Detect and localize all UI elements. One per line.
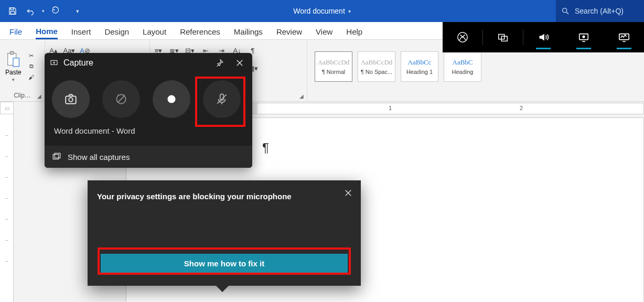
svg-rect-0 [10,8,14,10]
style-preview: AaBbCcDd [318,58,350,67]
style-preview: AaBbCc [408,58,432,67]
document-title[interactable]: Word document ▾ [293,7,351,15]
tab-help[interactable]: Help [346,27,362,39]
svg-rect-5 [10,51,14,55]
microphone-button[interactable] [203,80,241,118]
tab-layout[interactable]: Layout [143,27,166,39]
paste-button[interactable]: Paste ▾ [3,51,24,82]
ruler-number: 1 [389,105,392,111]
tab-insert[interactable]: Insert [71,27,91,39]
screenshot-button[interactable] [52,80,90,118]
ruler-number: 2 [520,105,523,111]
svg-rect-1 [10,12,15,14]
dialog-launcher-icon[interactable]: ◢ [37,93,41,99]
style-name: Heading [452,69,474,75]
gamebar-xbox-button[interactable] [443,22,483,52]
style-name: ¶ No Spac... [361,69,392,75]
style-preview: AaBbC [453,58,473,67]
pin-button[interactable] [212,56,227,70]
paragraph-mark: ¶ [262,141,269,155]
popup-message: Your privacy settings are blocking your … [88,180,361,201]
record-last-button[interactable] [102,80,140,118]
capture-app-name: Word document - Word [52,123,245,138]
cut-button[interactable]: ✂ [27,52,36,60]
quick-access-toolbar: ▾ ▾ [0,0,79,22]
tab-file[interactable]: File [9,27,22,39]
show-all-captures-button[interactable]: Show all captures [45,146,252,168]
capture-icon [50,59,58,67]
vertical-ruler[interactable] [0,114,14,302]
tab-view[interactable]: View [316,27,332,39]
style-heading1[interactable]: AaBbCc Heading 1 [401,51,438,82]
privacy-popup: Your privacy settings are blocking your … [88,180,361,286]
tab-mailings[interactable]: Mailings [234,27,263,39]
svg-rect-15 [51,60,57,64]
svg-point-23 [167,95,175,103]
svg-rect-27 [55,153,60,158]
style-name: Heading 1 [406,69,433,75]
style-preview: AaBbCcDd [361,58,393,67]
svg-point-20 [69,98,73,102]
style-normal[interactable]: AaBbCcDd ¶ Normal [315,51,352,82]
qat-customize-caret[interactable]: ▾ [76,8,79,15]
undo-dropdown-caret[interactable]: ▾ [42,8,45,14]
chevron-down-icon: ▾ [348,8,351,14]
save-icon[interactable] [6,5,19,17]
gamebar-toolbar [443,22,644,52]
format-painter-button[interactable]: 🖌 [27,73,36,81]
style-nospacing[interactable]: AaBbCcDd ¶ No Spac... [358,51,395,82]
tab-design[interactable]: Design [104,27,129,39]
gamebar-capture-button[interactable] [563,22,604,52]
search-placeholder: Search (Alt+Q) [575,7,624,15]
group-clipboard: Paste ▾ ✂ ⧉ 🖌 Clip…◢ [0,40,45,101]
ruler-corner[interactable]: ▭ [0,102,14,114]
gallery-icon [52,152,61,161]
tab-review[interactable]: Review [276,27,302,39]
redo-button[interactable] [50,5,62,17]
gamebar-performance-button[interactable] [604,22,644,52]
gamebar-audio-button[interactable] [523,22,564,52]
style-heading2[interactable]: AaBbC Heading [444,51,481,82]
capture-header[interactable]: Capture [45,53,252,73]
search-icon [561,7,570,15]
capture-widget: Capture Word document - Word Show all c [45,53,252,168]
start-recording-button[interactable] [153,80,190,118]
document-title-text: Word document [293,7,345,15]
paste-label: Paste [5,69,22,76]
popup-tail [216,286,229,292]
dialog-launcher-icon[interactable]: ◢ [299,93,304,99]
svg-line-3 [566,12,568,14]
svg-point-16 [53,62,55,63]
group-label: Clip…◢ [3,91,41,100]
undo-button[interactable] [24,5,37,17]
title-bar: ▾ ▾ Word document ▾ Search (Alt+Q) [0,0,644,22]
capture-title: Capture [63,58,207,68]
svg-point-11 [583,36,585,38]
show-all-captures-label: Show all captures [68,153,130,161]
style-name: ¶ Normal [322,69,345,75]
svg-rect-26 [53,155,59,159]
copy-button[interactable]: ⧉ [27,63,36,70]
popup-close-button[interactable] [341,186,356,200]
close-button[interactable] [232,56,247,70]
tab-references[interactable]: References [180,27,220,39]
fix-it-button[interactable]: Show me how to fix it [101,254,348,273]
svg-line-22 [118,96,125,103]
gamebar-widgets-button[interactable] [483,22,523,52]
tab-home[interactable]: Home [36,27,58,39]
svg-point-2 [563,8,567,13]
search-box[interactable]: Search (Alt+Q) [556,0,644,22]
svg-rect-6 [13,58,19,66]
